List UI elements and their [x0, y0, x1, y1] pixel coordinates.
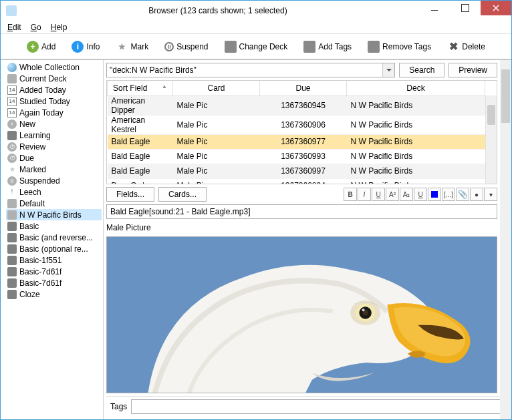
minimize-button[interactable] — [419, 1, 450, 15]
sidebar-item-label: Whole Collection — [19, 63, 80, 72]
sidebar-item-label: Default — [19, 199, 45, 208]
table-row[interactable]: Bald EagleMale Pic1367360997N W Pacific … — [108, 164, 485, 178]
menu-help[interactable]: Help — [51, 23, 68, 32]
add-button[interactable]: +Add — [24, 39, 58, 54]
rich-text-toolbar: B I U A² A₂ U [...] 📎 ● ▾ — [344, 188, 497, 201]
sidebar-item-label: N W Pacific Birds — [19, 210, 82, 220]
title-bar: Browser (123 cards shown; 1 selected) — [1, 1, 511, 21]
cal-icon: 14 — [7, 97, 17, 106]
search-button[interactable]: Search — [399, 63, 444, 77]
sidebar-item[interactable]: !Leech — [6, 186, 102, 198]
table-scrollbar[interactable] — [485, 95, 497, 184]
sidebar-item[interactable]: 14Studied Today — [6, 95, 102, 107]
eagle-image — [107, 237, 497, 393]
card-table[interactable]: Sort Field▲ Card Due Deck American Dippe… — [106, 80, 497, 184]
close-button[interactable] — [481, 1, 511, 15]
table-row[interactable]: Barn OwlMale Pic1367360894N W Pacific Bi… — [108, 178, 485, 184]
attach-button[interactable]: 📎 — [456, 188, 469, 201]
add-tags-button[interactable]: Add Tags — [301, 39, 354, 54]
sidebar-item[interactable]: Learning — [6, 130, 102, 141]
col-deck[interactable]: Deck — [347, 81, 485, 95]
color-swatch-icon — [431, 191, 438, 198]
remove-tags-button[interactable]: Remove Tags — [365, 39, 434, 54]
text-color-button[interactable] — [428, 188, 441, 201]
sidebar-item[interactable]: +New — [6, 118, 102, 130]
sidebar-item[interactable]: Cloze — [6, 288, 102, 300]
sort-asc-icon: ▲ — [162, 83, 167, 89]
pause-icon: II — [7, 176, 17, 186]
cell-card: Male Pic — [173, 164, 260, 178]
plus-icon: + — [7, 120, 17, 129]
cloze-button[interactable]: [...] — [442, 188, 455, 201]
col-due[interactable]: Due — [260, 81, 347, 95]
sidebar-item[interactable]: 14Added Today — [6, 84, 102, 95]
info-button[interactable]: iInfo — [69, 39, 102, 54]
clock-icon: ⏱ — [7, 154, 17, 163]
sidebar-item[interactable]: Whole Collection — [6, 61, 102, 73]
table-row[interactable]: American DipperMale Pic1367360945N W Pac… — [108, 95, 485, 115]
deck-icon — [225, 41, 237, 53]
table-row[interactable]: American KestrelMale Pic1367360906N W Pa… — [108, 115, 485, 134]
sidebar-item[interactable]: IISuspended — [6, 175, 102, 186]
cell-deck: N W Pacific Birds — [347, 115, 485, 134]
table-row[interactable]: Bald EagleMale Pic1367360977N W Pacific … — [108, 134, 485, 149]
nt-icon — [7, 244, 17, 254]
sidebar-item[interactable]: Basic (optional re... — [6, 243, 102, 254]
sidebar-item-label: Marked — [19, 165, 46, 174]
sidebar-item-label: Leech — [19, 188, 41, 197]
sidebar[interactable]: Whole CollectionCurrent Deck14Added Toda… — [1, 60, 104, 419]
underline-button[interactable]: U — [372, 188, 385, 201]
sidebar-item[interactable]: 14Again Today — [6, 107, 102, 118]
tags-row: Tags — [106, 396, 509, 417]
col-sort-field[interactable]: Sort Field▲ — [108, 81, 173, 95]
sidebar-item[interactable]: Basic-7d61f — [6, 266, 102, 277]
sort-field-editor[interactable]: Bald Eagle[sound:21 - Bald Eagle.mp3] — [106, 204, 497, 219]
sidebar-item[interactable]: ⏱Review — [6, 141, 102, 152]
suspend-button[interactable]: IISuspend — [162, 41, 211, 53]
sidebar-item[interactable]: Basic-1f551 — [6, 254, 102, 266]
search-input[interactable] — [107, 63, 382, 77]
sidebar-item-label: Basic-1f551 — [19, 256, 61, 265]
sidebar-item[interactable]: Basic (and reverse... — [6, 232, 102, 243]
sidebar-item[interactable]: Current Deck — [6, 73, 102, 84]
clear-format-button[interactable]: U — [414, 188, 427, 201]
sidebar-item[interactable]: N W Pacific Birds — [6, 209, 102, 220]
sidebar-item[interactable]: Basic-7d61f — [6, 277, 102, 288]
tags-input[interactable] — [131, 399, 505, 414]
search-dropdown-icon[interactable] — [382, 63, 394, 77]
bold-button[interactable]: B — [344, 188, 357, 201]
maximize-button[interactable] — [450, 1, 481, 15]
nt-icon — [7, 256, 17, 265]
sidebar-item[interactable]: ★Marked — [6, 164, 102, 175]
cell-sort: Bald Eagle — [108, 164, 173, 178]
main-panel: Search Preview Sort Field▲ Card Due Deck… — [104, 60, 511, 419]
nt-icon — [7, 222, 17, 231]
cell-sort: Bald Eagle — [108, 149, 173, 164]
sidebar-item[interactable]: Basic — [6, 220, 102, 232]
star-icon: ★ — [7, 165, 17, 174]
search-combo[interactable] — [106, 63, 395, 77]
record-button[interactable]: ● — [470, 188, 483, 201]
change-deck-button[interactable]: Change Deck — [222, 39, 291, 54]
sidebar-item-label: Due — [19, 154, 34, 163]
sidebar-item-label: Basic — [19, 222, 39, 231]
fields-button[interactable]: Fields... — [106, 187, 154, 202]
superscript-button[interactable]: A² — [386, 188, 399, 201]
mark-button[interactable]: ★Mark — [113, 39, 151, 54]
col-card[interactable]: Card — [173, 81, 260, 95]
menu-go[interactable]: Go — [31, 23, 41, 32]
preview-button[interactable]: Preview — [449, 63, 497, 77]
subscript-button[interactable]: A₂ — [400, 188, 413, 201]
italic-button[interactable]: I — [358, 188, 371, 201]
more-button[interactable]: ▾ — [484, 188, 497, 201]
sidebar-item[interactable]: ⏱Due — [6, 152, 102, 164]
editor-scrollbar[interactable] — [500, 60, 511, 419]
cards-button[interactable]: Cards... — [158, 187, 207, 202]
sidebar-item[interactable]: Default — [6, 198, 102, 209]
nt-icon — [7, 267, 17, 276]
table-row[interactable]: Bald EagleMale Pic1367360993N W Pacific … — [108, 149, 485, 164]
delete-button[interactable]: ✖Delete — [444, 39, 488, 54]
menu-edit[interactable]: Edit — [7, 23, 21, 32]
cell-card: Male Pic — [173, 178, 260, 184]
male-picture-field[interactable] — [106, 236, 497, 393]
